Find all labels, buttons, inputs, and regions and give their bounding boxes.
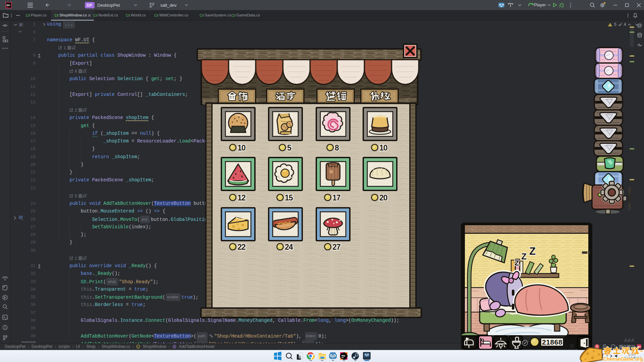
svg-text:17: 17 <box>332 193 340 202</box>
svg-text:CheeseGame.org: CheeseGame.org <box>603 356 643 362</box>
svg-text:12: 12 <box>237 193 246 202</box>
svg-text:21868: 21868 <box>542 338 562 346</box>
svg-text:24: 24 <box>285 243 293 251</box>
svg-text:~: ~ <box>640 348 643 355</box>
svg-text:Z: Z <box>529 245 536 257</box>
svg-text:5: 5 <box>287 143 291 152</box>
svg-text:20: 20 <box>379 193 387 202</box>
svg-text:AAA: AAA <box>624 338 635 343</box>
svg-text:10: 10 <box>237 143 246 152</box>
svg-text:15: 15 <box>285 193 293 202</box>
svg-text:Z: Z <box>521 251 527 261</box>
svg-text:10: 10 <box>379 143 387 152</box>
svg-text:8: 8 <box>335 143 339 152</box>
svg-text:27: 27 <box>332 243 340 251</box>
svg-text:22: 22 <box>237 243 246 251</box>
svg-text:Z: Z <box>515 259 519 267</box>
